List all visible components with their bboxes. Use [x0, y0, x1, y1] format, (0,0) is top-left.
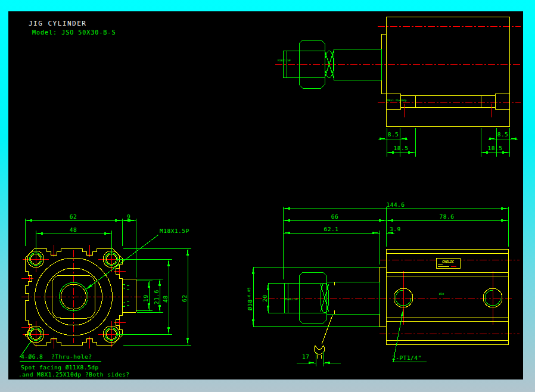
dim-48-right: 48: [162, 295, 169, 303]
drawing-canvas[interactable]: JIG CYLINDER Model: JSO 50X30-B-S: [8, 11, 523, 379]
dim-20: 20: [262, 295, 268, 302]
note-hole-qty: 4-Ø6.8: [21, 353, 43, 360]
note-hole-type: ?Thru-hole?: [51, 353, 92, 360]
drawing-model: Model: JSO 50X30-B-S: [32, 29, 116, 36]
dim-19: 19: [142, 295, 149, 302]
dim-18-5-right: 18.5: [488, 145, 503, 151]
view-side: Ø50 CHELIC M16X1.5P: [247, 201, 520, 366]
drawing-title: JIG CYLINDER: [29, 20, 86, 27]
dim-17: 17: [302, 353, 309, 360]
mount-thread-callout: M8x1.25x10dp: [387, 99, 407, 102]
dim-dia38: Ø38-0.05: [247, 287, 253, 310]
cad-drawing: JIG CYLINDER Model: JSO 50X30-B-S: [8, 11, 523, 379]
brand-name: CHELIC: [442, 260, 455, 263]
note-spot-facing: Spot facing Ø11X8.5dp: [21, 364, 99, 371]
dim-62-1: 62.1: [324, 226, 339, 232]
view-front: 62 9 48 M18X1.5P 19 21.6: [18, 213, 191, 378]
note-mount-thread: .and M8X1.25X10dp ?Both sides?: [18, 371, 130, 378]
dim-9: 9: [127, 213, 130, 220]
dim-21-6: 21.6: [153, 290, 160, 304]
dim-62-top: 62: [70, 213, 77, 220]
desktop-background: JIG CYLINDER Model: JSO 50X30-B-S: [0, 0, 535, 392]
bore-callout: Ø50: [439, 293, 444, 295]
rod-thread-callout: M16X1.5P: [278, 59, 291, 62]
dim-total: 144.6: [386, 201, 405, 208]
dim-62-right: 62: [181, 295, 188, 302]
flange-side: [380, 267, 386, 326]
flange-top: [381, 34, 386, 94]
dim-18-5-left: 18.5: [394, 145, 409, 151]
port-label: 2-PT1/4": [392, 354, 422, 361]
dim-66: 66: [331, 213, 338, 220]
dim-8-5-right: 8.5: [497, 131, 509, 138]
rod-thread-callout-side: M16X1.5P: [285, 298, 298, 301]
center-thread-label: M18X1.5P: [160, 228, 189, 234]
dim-78-6: 78.6: [440, 213, 455, 220]
dim-48-top: 48: [70, 226, 77, 233]
view-top-side: M8x1.25x10dp M16X1.5P: [275, 17, 521, 157]
dim-8-5-left: 8.5: [388, 131, 399, 138]
dim-3-9: 3.9: [390, 226, 401, 232]
